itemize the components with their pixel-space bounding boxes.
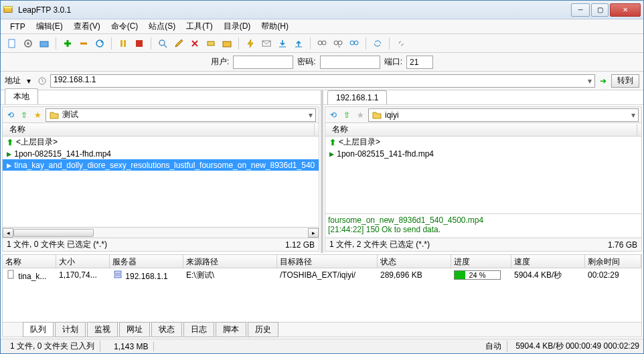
address-dropdown-icon[interactable]: ▾ — [23, 76, 34, 86]
menu-edit[interactable]: 编辑(E) — [32, 19, 67, 33]
go-button[interactable]: 转到 — [611, 74, 639, 88]
toolbar-link-icon[interactable] — [394, 36, 408, 51]
status-size: 1,143 MB — [108, 342, 154, 351]
remote-back-icon[interactable]: ⟲ — [328, 110, 339, 120]
col-name[interactable]: 名称 — [7, 124, 315, 135]
port-input[interactable] — [406, 56, 433, 69]
address-input[interactable]: 192.168.1.1 — [50, 74, 595, 88]
toolbar-mail-icon[interactable] — [259, 36, 274, 51]
remote-list-body[interactable]: ⬆<上层目录> ▶1pon-082515_141-fhd.mp4 — [325, 137, 641, 213]
toolbar-search-icon[interactable] — [155, 36, 170, 51]
remote-status-right: 1.76 GB — [608, 240, 637, 250]
svg-rect-22 — [114, 271, 121, 274]
local-list-header[interactable]: 名称 — [3, 123, 319, 137]
th-progress[interactable]: 进度 — [451, 255, 511, 268]
local-list-body[interactable]: ⬆<上层目录> ▶1pon-082515_141-fhd.mp4 ▶tina_k… — [3, 137, 319, 227]
th-size[interactable]: 大小 — [56, 255, 110, 268]
toolbar-edit-icon[interactable] — [171, 36, 186, 51]
toolbar-upload-icon[interactable] — [291, 36, 306, 51]
remote-list-header[interactable]: 名称 — [325, 123, 641, 137]
remote-file-row[interactable]: ▶1pon-082515_141-fhd.mp4 — [325, 148, 641, 159]
password-input[interactable] — [320, 56, 380, 69]
remote-up-dir[interactable]: ⬆<上层目录> — [325, 137, 641, 148]
menu-directory[interactable]: 目录(D) — [220, 19, 255, 33]
toolbar-remove-icon[interactable] — [76, 36, 91, 51]
toolbar-find3-icon[interactable] — [347, 36, 361, 51]
th-server[interactable]: 服务器 — [110, 255, 183, 268]
file-icon — [5, 269, 16, 280]
remote-status-left: 1 文件, 2 文件夹 已选定 (*.*) — [329, 239, 430, 250]
panel-splitter-main[interactable] — [321, 105, 323, 253]
toolbar-bolt-icon[interactable] — [243, 36, 258, 51]
th-status[interactable]: 状态 — [378, 255, 451, 268]
toolbar-add-icon[interactable] — [60, 36, 75, 51]
scroll-left-icon[interactable]: ◂ — [3, 228, 13, 238]
remote-up-icon[interactable]: ⇧ — [341, 110, 352, 120]
toolbar-newfolder-icon[interactable] — [220, 36, 234, 51]
toolbar-rename-icon[interactable] — [204, 36, 218, 51]
toolbar-new-icon[interactable] — [5, 36, 19, 51]
th-remain[interactable]: 剩余时间 — [585, 255, 641, 268]
local-fav-icon[interactable]: ★ — [32, 110, 43, 120]
toolbar-find1-icon[interactable] — [315, 36, 329, 51]
credentials-bar: 用户: 密码: 端口: — [1, 53, 643, 72]
local-up-dir[interactable]: ⬆<上层目录> — [3, 137, 319, 148]
local-back-icon[interactable]: ⟲ — [5, 110, 16, 120]
local-path-combo[interactable]: 测试 — [46, 108, 316, 122]
th-src[interactable]: 来源路径 — [183, 255, 277, 268]
local-path-text: 测试 — [62, 109, 78, 120]
tab-queue[interactable]: 队列 — [23, 322, 54, 337]
remote-path-combo[interactable]: iqiyi — [368, 108, 639, 122]
address-label: 地址 — [5, 75, 21, 86]
th-name[interactable]: 名称 — [3, 255, 56, 268]
menu-view[interactable]: 查看(V) — [70, 19, 104, 33]
svg-rect-23 — [114, 275, 121, 278]
tab-history[interactable]: 历史 — [248, 322, 278, 337]
maximize-button[interactable]: ▢ — [591, 3, 609, 17]
history-icon[interactable] — [37, 76, 48, 86]
tab-local[interactable]: 本地 — [5, 88, 38, 104]
th-dst[interactable]: 目标路径 — [277, 255, 378, 268]
svg-point-14 — [318, 41, 322, 45]
toolbar-download-icon[interactable] — [275, 36, 290, 51]
go-arrow-icon[interactable]: ➜ — [598, 76, 609, 86]
tab-monitor[interactable]: 监视 — [87, 322, 118, 337]
svg-point-15 — [322, 41, 326, 45]
toolbar-find2-icon[interactable] — [331, 36, 345, 51]
scroll-right-icon[interactable]: ▸ — [308, 228, 319, 238]
th-speed[interactable]: 速度 — [511, 255, 585, 268]
transfer-row[interactable]: tina_k... 1,170,74... 192.168.1.1 E:\测试\… — [3, 268, 641, 282]
app-icon — [3, 5, 14, 15]
close-button[interactable]: ✕ — [610, 3, 641, 17]
toolbar-pause-icon[interactable] — [116, 36, 131, 51]
toolbar-refresh-icon[interactable] — [92, 36, 107, 51]
titlebar[interactable]: LeapFTP 3.0.1 ─ ▢ ✕ — [1, 1, 643, 19]
tab-plan[interactable]: 计划 — [55, 322, 86, 337]
status-speed: 5904.4 KB/秒 000:00:49 000:02:29 — [515, 341, 639, 352]
password-label: 密码: — [297, 56, 315, 68]
toolbar-stop-icon[interactable] — [132, 36, 147, 51]
local-file-row-selected[interactable]: ▶tina_kay_and_dolly_diore_sexy_resolutio… — [3, 159, 319, 171]
toolbar-folder-icon[interactable] — [37, 36, 52, 51]
menu-tools[interactable]: 工具(T) — [182, 19, 216, 33]
tab-script[interactable]: 脚本 — [216, 322, 246, 337]
tab-status[interactable]: 状态 — [151, 322, 182, 337]
tab-log[interactable]: 日志 — [183, 322, 214, 337]
tab-url[interactable]: 网址 — [119, 322, 150, 337]
tab-remote[interactable]: 192.168.1.1 — [327, 90, 387, 104]
remote-fav-icon[interactable]: ★ — [355, 110, 366, 120]
menu-command[interactable]: 命令(C) — [107, 19, 143, 33]
user-input[interactable] — [233, 56, 293, 69]
local-up-icon[interactable]: ⇧ — [19, 110, 29, 120]
col-name[interactable]: 名称 — [329, 124, 637, 135]
toolbar-gear-icon[interactable] — [21, 36, 35, 51]
toolbar-delete-icon[interactable] — [187, 36, 202, 51]
transfer-header[interactable]: 名称 大小 服务器 来源路径 目标路径 状态 进度 速度 剩余时间 — [3, 255, 641, 268]
toolbar-sync-icon[interactable] — [370, 36, 385, 51]
menu-ftp[interactable]: FTP — [6, 21, 29, 33]
local-h-scrollbar[interactable]: ◂ ▸ — [3, 227, 319, 238]
menu-help[interactable]: 帮助(H) — [257, 19, 293, 33]
minimize-button[interactable]: ─ — [571, 3, 590, 17]
menu-sites[interactable]: 站点(S) — [145, 19, 179, 33]
local-file-row[interactable]: ▶1pon-082515_141-fhd.mp4 — [3, 148, 319, 159]
